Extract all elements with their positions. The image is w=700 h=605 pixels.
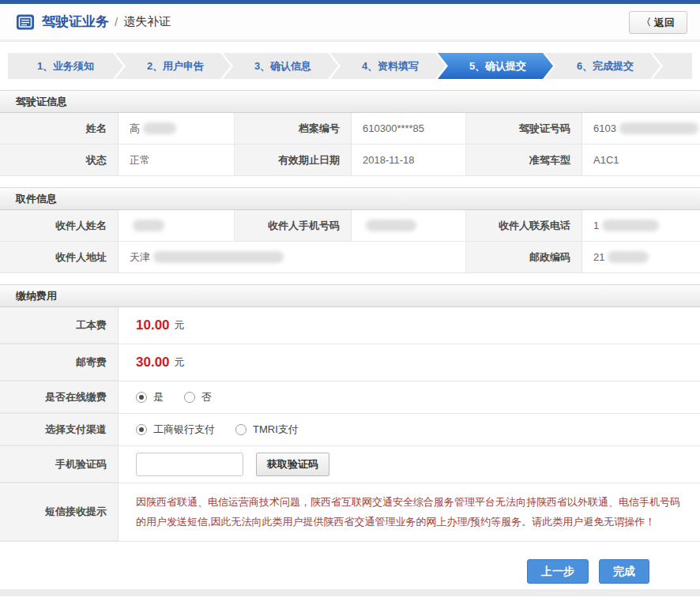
radio-online-no[interactable]: 否 (184, 390, 212, 404)
radio-channel-tmri[interactable]: TMRI支付 (235, 423, 299, 437)
file-number-label: 档案编号 (235, 113, 352, 145)
online-payment-options: 是 否 (119, 381, 700, 413)
back-chevron-icon: 〈 (642, 16, 651, 29)
redaction-blob (602, 220, 659, 231)
radio-selected-icon (136, 424, 147, 435)
back-button[interactable]: 〈 返回 (629, 11, 687, 34)
fee-amount: 10.00 (136, 318, 170, 333)
postage-fee-label: 邮寄费 (0, 344, 119, 381)
license-info-table: 姓名 高 档案编号 610300****85 驾驶证号码 6103 状态 正常 … (0, 113, 700, 176)
status-label: 状态 (0, 145, 119, 176)
breadcrumb-current: 遗失补证 (123, 14, 171, 29)
recipient-mobile-value (352, 210, 466, 242)
sms-code-label: 手机验证码 (0, 446, 119, 483)
recipient-name-label: 收件人姓名 (0, 210, 119, 242)
postage-unit: 元 (175, 355, 185, 370)
step-6-complete-submit[interactable]: 6、完成提交 (545, 53, 660, 79)
postage-fee-row: 邮寄费 30.00元 (0, 344, 700, 381)
redaction-blob (608, 251, 649, 263)
back-button-label: 返回 (654, 16, 675, 30)
online-payment-label: 是否在线缴费 (0, 381, 119, 413)
sms-notice-text: 因陕西省联通、电信运营商技术问题，陕西省互联网交通安全综合服务管理平台无法向持陕… (119, 483, 700, 541)
recipient-mobile-label: 收件人手机号码 (235, 210, 352, 242)
redaction-blob (366, 220, 416, 231)
radio-unselected-icon (184, 392, 195, 403)
vehicle-class-value: A1C1 (582, 145, 700, 176)
radio-selected-icon (136, 392, 147, 403)
production-fee-label: 工本费 (0, 307, 119, 344)
payment-channel-label: 选择支付渠道 (0, 414, 119, 445)
online-payment-row: 是否在线缴费 是 否 (0, 381, 700, 414)
sms-code-row: 手机验证码 获取验证码 (0, 446, 700, 483)
page-bottom-strip (0, 589, 700, 596)
sms-notice-row: 短信接收提示 因陕西省联通、电信运营商技术问题，陕西省互联网交通安全综合服务管理… (0, 483, 700, 542)
step-1-business-notice[interactable]: 1、业务须知 (8, 53, 123, 79)
step-4-fill-materials[interactable]: 4、资料填写 (330, 53, 446, 79)
recipient-phone-label: 收件人联系电话 (466, 210, 582, 242)
previous-step-button[interactable]: 上一步 (527, 559, 589, 584)
breadcrumb-separator: / (115, 15, 118, 28)
expiry-date-label: 有效期止日期 (235, 145, 352, 176)
redaction-blob (143, 122, 176, 134)
recipient-address-value: 天津 (119, 242, 466, 273)
get-sms-code-button[interactable]: 获取验证码 (256, 453, 329, 476)
vehicle-class-label: 准驾车型 (466, 145, 582, 176)
license-section-title: 驾驶证信息 (0, 90, 700, 113)
redaction-blob (619, 122, 698, 134)
finish-button[interactable]: 完成 (599, 559, 649, 584)
expiry-date-value: 2018-11-18 (352, 145, 466, 176)
page-header: 驾驶证业务 / 遗失补证 〈 返回 (0, 4, 700, 42)
status-value: 正常 (119, 145, 235, 176)
radio-unselected-icon (235, 424, 247, 435)
payment-channel-row: 选择支付渠道 工商银行支付 TMRI支付 (0, 414, 700, 446)
license-info-section: 驾驶证信息 姓名 高 档案编号 610300****85 驾驶证号码 6103 … (0, 90, 700, 176)
postage-amount: 30.00 (136, 355, 170, 370)
recipient-address-label: 收件人地址 (0, 242, 119, 273)
radio-online-yes[interactable]: 是 (136, 390, 164, 404)
production-fee-row: 工本费 10.00元 (0, 307, 700, 344)
step-progress-bar: 1、业务须知 2、用户申告 3、确认信息 4、资料填写 5、确认提交 6、完成提… (8, 53, 692, 79)
name-label: 姓名 (0, 113, 119, 145)
pickup-info-table: 收件人姓名 收件人手机号码 收件人联系电话 1 收件人地址 天津 邮政编码 21 (0, 210, 700, 273)
postage-fee-value: 30.00元 (119, 344, 700, 381)
postal-code-label: 邮政编码 (466, 242, 582, 273)
pickup-info-section: 取件信息 收件人姓名 收件人手机号码 收件人联系电话 1 收件人地址 天津 邮政… (0, 187, 700, 273)
recipient-phone-value: 1 (582, 210, 700, 242)
recipient-name-value (119, 210, 235, 242)
pickup-section-title: 取件信息 (0, 187, 700, 210)
license-number-value: 6103 (582, 113, 700, 145)
payment-section-title: 缴纳费用 (0, 284, 700, 307)
license-list-icon (16, 13, 35, 32)
payment-channel-options: 工商银行支付 TMRI支付 (119, 414, 700, 445)
fee-unit: 元 (175, 318, 185, 333)
file-number-value: 610300****85 (352, 113, 466, 145)
redaction-blob (133, 220, 164, 231)
footer-actions: 上一步 完成 (0, 559, 649, 584)
radio-channel-icbc[interactable]: 工商银行支付 (136, 423, 215, 437)
step-2-user-declaration[interactable]: 2、用户申告 (115, 53, 231, 79)
redaction-blob (153, 251, 284, 263)
production-fee-value: 10.00元 (119, 307, 700, 344)
sms-code-controls: 获取验证码 (119, 446, 700, 483)
sms-code-input[interactable] (136, 453, 243, 476)
step-5-confirm-submit[interactable]: 5、确认提交 (438, 53, 553, 79)
name-value: 高 (119, 113, 235, 145)
page-title: 驾驶证业务 (42, 13, 109, 31)
step-3-confirm-info[interactable]: 3、确认信息 (223, 53, 338, 79)
sms-notice-label: 短信接收提示 (0, 483, 119, 541)
payment-section: 缴纳费用 工本费 10.00元 邮寄费 30.00元 是否在线缴费 是 否 (0, 284, 700, 542)
license-number-label: 驾驶证号码 (466, 113, 582, 145)
postal-code-value: 21 (582, 242, 700, 273)
